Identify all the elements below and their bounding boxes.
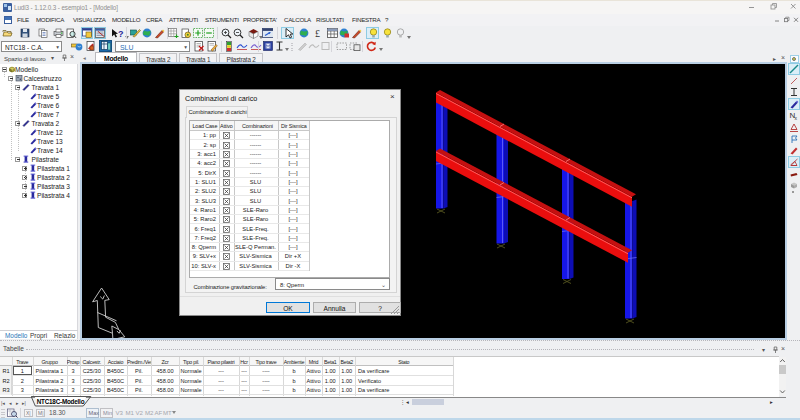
svg-text:x: x: [795, 115, 798, 121]
svg-text:£: £: [315, 28, 320, 39]
svg-text:?: ?: [118, 28, 124, 38]
